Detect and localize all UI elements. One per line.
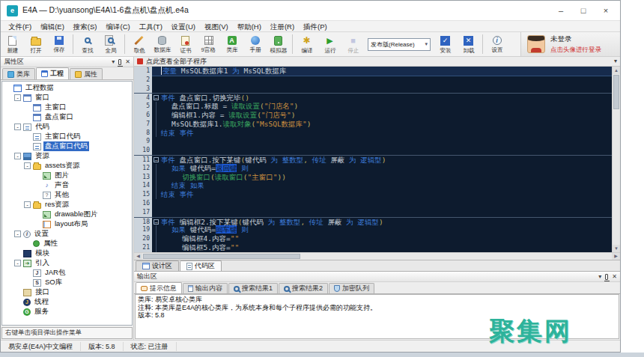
avatar-icon[interactable]: [527, 35, 545, 53]
code-line[interactable]: 2: [134, 76, 612, 85]
minimize-button[interactable]: –: [550, 2, 572, 19]
tab-工程[interactable]: 工程: [36, 67, 69, 79]
tree-item[interactable]: -res资源: [2, 200, 132, 210]
scroll-down-icon[interactable]: ▼: [613, 245, 620, 252]
code-line[interactable]: 11–事件 盘点窗口.按下某键(键代码 为 整数型, 传址 屏蔽 为 逻辑型): [134, 155, 612, 164]
tree-item[interactable]: G服务: [2, 307, 132, 317]
db-button[interactable]: 数据库: [151, 32, 174, 56]
code-line[interactable]: 15结束 事件: [134, 190, 612, 199]
color-button[interactable]: 取色: [127, 32, 151, 56]
code-line[interactable]: 8结束 事件: [134, 129, 612, 138]
code-line[interactable]: 20编辑框4.内容="": [134, 234, 612, 243]
code-line[interactable]: 19如果 键代码=回车键 则: [134, 225, 612, 234]
editor-header[interactable]: 点此查看全部子程序 ▾: [134, 57, 620, 67]
tree-item[interactable]: J线程: [2, 297, 132, 307]
tree-item[interactable]: ♪声音: [2, 180, 132, 190]
save-button[interactable]: 保存: [47, 32, 70, 56]
settings-button[interactable]: i设置: [485, 32, 508, 56]
code-line[interactable]: 21编辑框5.内容="": [134, 243, 612, 252]
scroll-left-icon[interactable]: ◀: [134, 253, 142, 260]
menu-item[interactable]: 帮助(H): [233, 21, 266, 32]
editor-vertical-scrollbar[interactable]: ▲ ▼: [612, 67, 620, 252]
code-line[interactable]: 3: [134, 85, 612, 94]
run-button[interactable]: ▶运行: [318, 32, 341, 56]
expander-icon[interactable]: -: [14, 260, 21, 266]
grid-button[interactable]: 9宫格: [197, 32, 220, 56]
code-line[interactable]: 5盘点窗口.标题 = 读取设置("门店名"): [134, 102, 612, 111]
editor-horizontal-scrollbar[interactable]: ◀ ▶: [134, 252, 620, 260]
release-mode-dropdown[interactable]: 发布版(Release)▾: [368, 38, 431, 51]
menu-item[interactable]: 工具(T): [135, 21, 167, 32]
tree-item[interactable]: JJAR包: [2, 268, 132, 278]
tree-item[interactable]: SSO库: [2, 278, 132, 287]
tab-输出内容[interactable]: 输出内容: [183, 283, 228, 293]
horizontal-scroll-thumb[interactable]: [143, 254, 300, 259]
fold-collapse-icon[interactable]: –: [154, 157, 159, 162]
tree-item[interactable]: layout布局: [2, 219, 132, 229]
menu-item[interactable]: 文件(F): [4, 21, 36, 32]
code-line[interactable]: 14结束 如果: [134, 181, 612, 190]
code-line[interactable]: 1变量 MsSQL数据库1 为 MsSQL数据库: [134, 67, 612, 76]
scroll-right-icon[interactable]: ▶: [612, 253, 620, 260]
expander-icon[interactable]: -: [14, 231, 21, 237]
expander-icon[interactable]: -: [14, 94, 21, 101]
tree-item[interactable]: ?其他: [2, 190, 132, 200]
tree-item[interactable]: 盘点窗口代码: [2, 141, 132, 151]
tab-提示信息[interactable]: 提示信息: [136, 282, 182, 293]
tree-item[interactable]: 主窗口代码: [2, 132, 132, 141]
maximize-button[interactable]: □: [572, 2, 595, 19]
tab-代码区[interactable]: 代码区: [180, 260, 222, 271]
emu-button[interactable]: 模拟器: [267, 32, 290, 56]
code-line[interactable]: 12如果 键代码=返回键 则: [134, 164, 612, 173]
panel-dropdown-icon[interactable]: ▾: [598, 273, 601, 281]
expander-icon[interactable]: -: [24, 162, 31, 169]
tab-搜索结果2[interactable]: 搜索结果2: [279, 283, 328, 293]
tree-item[interactable]: -代码: [2, 122, 132, 132]
menu-item[interactable]: 注册(R): [266, 21, 299, 32]
expander-icon[interactable]: -: [14, 153, 21, 159]
tree-item[interactable]: -窗口: [2, 93, 132, 103]
code-line[interactable]: 9: [134, 137, 612, 146]
tree-item[interactable]: 主窗口: [2, 103, 132, 112]
panel-dropdown-icon[interactable]: ▾: [112, 58, 115, 66]
tree-item[interactable]: 盘点窗口: [2, 112, 132, 122]
tab-加密队列[interactable]: 加密队列: [329, 283, 374, 293]
tree-item[interactable]: -i设置: [2, 229, 132, 239]
tree-item[interactable]: 模块: [2, 248, 132, 258]
menu-item[interactable]: 编译(C): [101, 21, 134, 32]
tree-item[interactable]: 接口: [2, 287, 132, 297]
tab-类库[interactable]: 类库: [2, 68, 35, 79]
manual-button[interactable]: 手册: [243, 32, 267, 56]
code-line[interactable]: 18–事件 编辑框2.按下某键(键代码 为 整数型, 传址 屏蔽 为 逻辑型): [134, 217, 612, 226]
login-box[interactable]: 未登录 点击头像进行登录: [520, 32, 620, 56]
login-hint[interactable]: 点击头像进行登录: [550, 46, 601, 55]
menu-item[interactable]: 设置(U): [167, 21, 200, 32]
code-line[interactable]: 13切换窗口(读取窗口("主窗口")): [134, 173, 612, 182]
tree-item[interactable]: -assets资源: [2, 161, 132, 171]
compile-button[interactable]: ✱编译: [295, 32, 318, 56]
tab-设计区[interactable]: 设计区: [136, 260, 179, 271]
expander-icon[interactable]: -: [14, 123, 21, 130]
find-button[interactable]: 查找: [76, 32, 99, 56]
code-line[interactable]: 6编辑框1.内容 = 读取设置("门店号"): [134, 111, 612, 120]
menu-item[interactable]: 视图(V): [200, 21, 233, 32]
expander-icon[interactable]: -: [24, 201, 31, 208]
code-line[interactable]: 17: [134, 208, 612, 217]
editor-header-text[interactable]: 点此查看全部子程序: [146, 57, 614, 67]
tree-item[interactable]: -➔引入: [2, 258, 132, 268]
uninstall-button[interactable]: ✕卸载: [457, 32, 480, 56]
code-line[interactable]: 16: [134, 199, 612, 208]
new-button[interactable]: 新建: [1, 32, 24, 56]
fold-collapse-icon[interactable]: –: [154, 219, 159, 225]
tree-item[interactable]: 属性: [2, 239, 132, 248]
vertical-scroll-thumb[interactable]: [613, 75, 619, 109]
install-button[interactable]: ✓安装: [434, 32, 457, 56]
lib-button[interactable]: A类库: [220, 32, 243, 56]
pin-icon[interactable]: [118, 59, 121, 65]
close-button[interactable]: ×: [595, 2, 617, 19]
tab-搜索结果1[interactable]: 搜索结果1: [228, 283, 278, 293]
menu-item[interactable]: 搜索(S): [69, 21, 102, 32]
editor-header-chevron-icon[interactable]: ▾: [614, 58, 617, 65]
global-button[interactable]: 全局: [99, 32, 122, 56]
code-line[interactable]: 7MsSQL数据库1.读取对象("MsSQL数据库"): [134, 120, 612, 129]
